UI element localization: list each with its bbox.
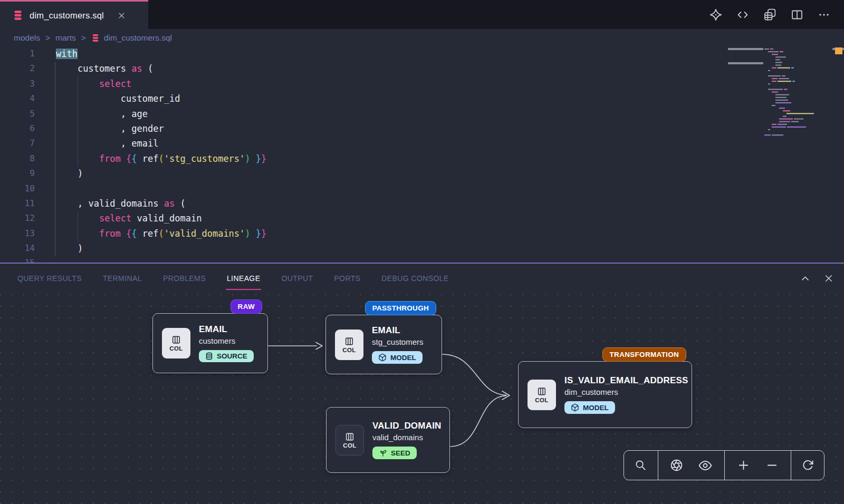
seedling-icon: [379, 449, 387, 457]
node-subtitle: customers: [199, 336, 254, 345]
line-number: 2: [0, 61, 42, 76]
minimap[interactable]: [764, 47, 817, 144]
code-line: from {{ ref('valid_domains') }}: [42, 226, 781, 241]
lineage-canvas[interactable]: RAWCOL EMAIL customers SOURCE PASSTHROUG…: [0, 293, 844, 504]
node-title: EMAIL: [372, 325, 424, 336]
column-icon: COL: [162, 328, 190, 358]
panel-tab-debug-console[interactable]: DEBUG CONSOLE: [381, 264, 448, 293]
lineage-node-customers[interactable]: RAWCOL EMAIL customers SOURCE: [152, 313, 268, 373]
search-icon[interactable]: [631, 456, 650, 474]
cube-icon: [378, 353, 387, 362]
code-line: ): [42, 166, 781, 181]
indent-guide: [78, 212, 78, 242]
line-number: 15: [0, 256, 42, 263]
code-line: [42, 256, 781, 263]
cube-icon: [571, 403, 579, 412]
eye-icon[interactable]: [695, 455, 715, 476]
indent-guide: [55, 62, 55, 256]
column-icon: COL: [335, 425, 364, 455]
breadcrumb-separator: >: [45, 33, 50, 43]
column-icon: COL: [528, 380, 556, 410]
line-number-gutter: 123456789101112131415: [0, 46, 42, 263]
panel-actions: [800, 264, 833, 293]
node-title: VALID_DOMAIN: [372, 421, 442, 431]
breadcrumb-file[interactable]: dim_customers.sql: [91, 33, 172, 43]
line-number: 8: [0, 151, 42, 166]
app-window: dim_customers.sql: [0, 0, 844, 504]
lineage-toolbar: [624, 450, 824, 480]
code-line: , valid_domains as (: [42, 196, 781, 211]
close-icon[interactable]: [824, 274, 833, 283]
editor-tab-bar: dim_customers.sql: [0, 0, 844, 29]
code-line: select: [42, 76, 781, 91]
panel-tab-problems[interactable]: PROBLEMS: [163, 264, 206, 293]
dbt-logo-icon[interactable]: [709, 8, 722, 21]
database-icon: [205, 352, 213, 360]
code-line: ): [42, 241, 781, 256]
line-number: 14: [0, 241, 42, 256]
code-icon[interactable]: [736, 8, 749, 21]
lineage-node-dim_customers[interactable]: TRANSFORMATIONCOL IS_VALID_EMAIL_ADDRESS…: [518, 361, 692, 428]
line-number: 9: [0, 166, 42, 181]
lineage-tag-passthrough: PASSTHROUGH: [365, 301, 436, 315]
node-title: EMAIL: [199, 324, 254, 335]
lineage-node-valid_domains[interactable]: COL VALID_DOMAIN valid_domains SEED: [326, 407, 450, 473]
node-badge-model: MODEL: [564, 401, 615, 414]
copy-table-icon[interactable]: [763, 8, 776, 21]
code-line: customers as (: [42, 61, 781, 76]
code-line: , email: [42, 136, 781, 151]
panel-tab-terminal[interactable]: TERMINAL: [103, 264, 142, 293]
node-subtitle: stg_customers: [372, 337, 424, 346]
line-number: 5: [0, 106, 42, 121]
lineage-tag-raw: RAW: [231, 299, 262, 314]
code-line: , gender: [42, 121, 781, 136]
code-content: with customers as ( select customer_id ,…: [42, 46, 781, 263]
database-icon: [91, 34, 100, 42]
node-badge-source: SOURCE: [199, 350, 254, 362]
breadcrumb-models[interactable]: models: [14, 33, 40, 43]
line-number: 12: [0, 211, 42, 226]
database-icon: [13, 10, 23, 21]
lineage-tag-transformation: TRANSFORMATION: [602, 347, 686, 362]
node-badge-seed: SEED: [372, 447, 417, 459]
close-icon[interactable]: [118, 12, 126, 20]
refresh-icon[interactable]: [799, 456, 817, 474]
plus-icon[interactable]: [734, 456, 753, 474]
tab-title: dim_customers.sql: [30, 11, 104, 21]
line-number: 6: [0, 121, 42, 136]
minimap-highlight: [728, 62, 763, 64]
code-line: with: [42, 46, 781, 61]
node-title: IS_VALID_EMAIL_ADDRESS: [564, 375, 688, 386]
node-badge-model: MODEL: [372, 351, 423, 364]
panel-tab-bar: QUERY RESULTSTERMINALPROBLEMSLINEAGEOUTP…: [0, 264, 844, 293]
chevron-up-icon[interactable]: [800, 274, 810, 284]
code-line: customer_id: [42, 91, 781, 106]
code-line: from {{ ref('stg_customers') }}: [42, 151, 781, 166]
code-editor[interactable]: 123456789101112131415 with customers as …: [0, 46, 844, 263]
breadcrumb-separator: >: [81, 33, 86, 43]
code-line: select valid_domain: [42, 211, 781, 226]
minimap-highlight: [728, 48, 763, 50]
more-icon[interactable]: [818, 8, 830, 21]
line-number: 10: [0, 181, 42, 196]
split-editor-icon[interactable]: [791, 8, 803, 21]
editor-tab[interactable]: dim_customers.sql: [0, 0, 148, 29]
lineage-node-stg_customers[interactable]: PASSTHROUGHCOL EMAIL stg_customers MODEL: [325, 315, 442, 374]
line-number: 11: [0, 196, 42, 211]
line-number: 13: [0, 226, 42, 241]
minus-icon[interactable]: [763, 456, 781, 474]
panel-tab-lineage[interactable]: LINEAGE: [227, 264, 261, 293]
overview-ruler-marker-orange: [835, 47, 842, 54]
line-number: 3: [0, 76, 42, 91]
line-number: 4: [0, 91, 42, 106]
line-number: 7: [0, 136, 42, 151]
code-line: , age: [42, 106, 781, 121]
breadcrumb-marts[interactable]: marts: [55, 33, 76, 43]
panel-tab-output[interactable]: OUTPUT: [281, 264, 313, 293]
indent-guide: [78, 77, 78, 167]
node-subtitle: dim_customers: [564, 387, 688, 396]
code-line: [42, 181, 781, 196]
panel-tab-ports[interactable]: PORTS: [334, 264, 360, 293]
aperture-icon[interactable]: [667, 455, 686, 475]
panel-tab-query-results[interactable]: QUERY RESULTS: [17, 264, 82, 293]
